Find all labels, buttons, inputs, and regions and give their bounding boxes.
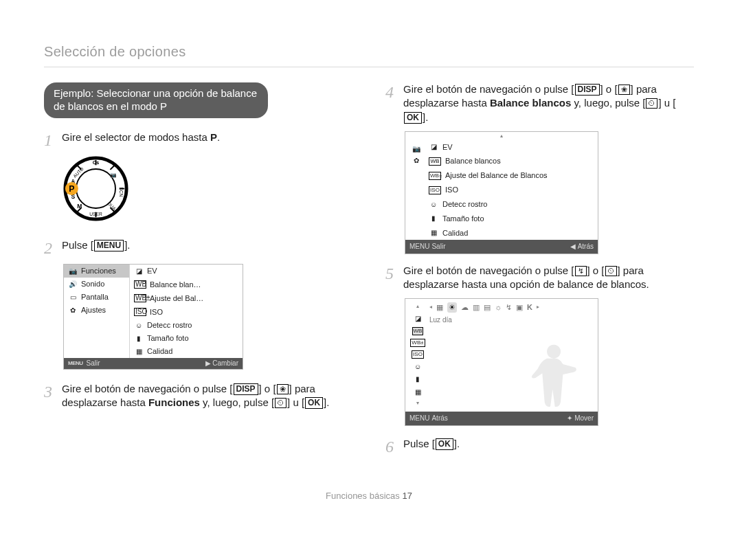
menu-word-icon: MENU bbox=[409, 414, 429, 423]
page-footer: Funciones básicas 17 bbox=[44, 490, 694, 502]
wb-tungsten-icon: ☼ bbox=[495, 302, 502, 313]
wb-adj-icon: WB± bbox=[410, 339, 425, 347]
move-icon: ✦ bbox=[567, 414, 572, 423]
arrow-left-icon: ◀ bbox=[570, 242, 576, 251]
mode-p-letter: P bbox=[210, 131, 217, 143]
step-number: 5 bbox=[385, 264, 403, 292]
macro-icon: ❀ bbox=[277, 384, 289, 394]
svg-text:📷: 📷 bbox=[110, 171, 117, 178]
menu-screenshot-funciones: 📷Funciones 🔊Sonido ▭Pantalla ✿Ajustes ◪E… bbox=[63, 264, 243, 370]
quality-icon: ▦ bbox=[134, 348, 144, 355]
step-number: 6 bbox=[385, 437, 403, 456]
example-pill: Ejemplo: Seleccionar una opción de balan… bbox=[44, 82, 268, 118]
menu-button-label: MENU bbox=[94, 240, 124, 251]
size-icon: ▮ bbox=[429, 214, 438, 223]
wb-adj-icon: WB± bbox=[429, 172, 441, 180]
step-5: 5 Gire el botón de navegación o pulse [↯… bbox=[385, 264, 694, 292]
size-icon: ▮ bbox=[413, 374, 423, 384]
disp-button-label: DISP bbox=[234, 383, 258, 395]
step-2: 2 Pulse [MENU]. bbox=[44, 238, 352, 257]
display-icon: ▭ bbox=[68, 294, 78, 301]
menu-word-icon: MENU bbox=[68, 361, 83, 366]
arrow-left-icon: ◂ bbox=[429, 304, 432, 311]
step-4: 4 Gire el botón de navegación o pulse [D… bbox=[385, 82, 694, 124]
size-icon: ▮ bbox=[134, 335, 144, 342]
left-column: Ejemplo: Seleccionar una opción de balan… bbox=[44, 82, 352, 462]
silhouette-graphic bbox=[522, 340, 585, 409]
sound-icon: 🔊 bbox=[68, 281, 78, 288]
gear-icon: ✿ bbox=[68, 307, 78, 314]
timer-icon: ⏲ bbox=[275, 398, 286, 408]
iso-icon: ISO bbox=[134, 308, 146, 316]
iso-icon: ISO bbox=[429, 186, 441, 194]
arrow-down-icon: ▾ bbox=[416, 400, 419, 407]
menu-word-icon: MENU bbox=[409, 242, 429, 251]
wb-kelvin-icon: K bbox=[527, 302, 532, 313]
wb-icon: WB bbox=[429, 157, 441, 166]
menu-screenshot-balance-blancos: ▴ 📷 ✿ ◪EV WBBalance blancos WB±Ajuste de… bbox=[405, 131, 598, 254]
macro-icon: ❀ bbox=[618, 85, 630, 95]
ok-button-label: OK bbox=[404, 112, 422, 124]
wb-option-label: Luz día bbox=[427, 314, 598, 328]
wb-icon: WB bbox=[134, 280, 146, 289]
ev-icon: ◪ bbox=[413, 314, 423, 324]
svg-text:SCN: SCN bbox=[119, 187, 124, 197]
arrow-up-icon: ▴ bbox=[416, 303, 419, 311]
step-1: 1 Gire el selector de modos hasta P. bbox=[44, 131, 352, 149]
quality-icon: ▦ bbox=[429, 228, 438, 238]
flash-icon: ↯ bbox=[575, 266, 587, 276]
wb-option-screenshot: ▴ ◪ WB WB± ISO ☺ ▮ ▦ ▾ ◂ ▦ bbox=[405, 298, 598, 425]
wb-fluor-h-icon: ▥ bbox=[473, 302, 480, 313]
timer-icon: ⏲ bbox=[646, 98, 657, 109]
wb-fluor-l-icon: ▤ bbox=[484, 302, 491, 313]
ok-button-label: OK bbox=[305, 397, 323, 409]
camera-icon: 📷 bbox=[68, 268, 78, 275]
step-3: 3 Gire el botón de navegación o pulse [D… bbox=[44, 382, 352, 410]
arrow-right-icon: ▸ bbox=[537, 304, 539, 311]
wb-adj-icon: WB± bbox=[134, 294, 146, 302]
quality-icon: ▦ bbox=[413, 388, 423, 397]
face-icon: ☺ bbox=[134, 322, 144, 329]
svg-text:M: M bbox=[77, 203, 82, 210]
svg-text:P: P bbox=[69, 184, 74, 194]
step-number: 1 bbox=[44, 131, 62, 149]
wb-daylight-icon: ☀ bbox=[447, 302, 457, 313]
disp-button-label: DISP bbox=[575, 84, 600, 96]
ev-icon: ◪ bbox=[429, 142, 438, 152]
step-number: 3 bbox=[44, 382, 62, 410]
arrow-up-icon: ▴ bbox=[405, 132, 598, 140]
wb-icon: WB bbox=[412, 327, 424, 335]
step-6: 6 Pulse [OK]. bbox=[385, 437, 694, 456]
wb-cloud-icon: ☁ bbox=[461, 302, 469, 313]
mode-dial-illustration: Cs AUTO 📷 SCN DUAL USER M S A P bbox=[63, 156, 352, 225]
svg-text:Cs: Cs bbox=[93, 159, 100, 166]
timer-icon: ⏲ bbox=[605, 266, 617, 276]
divider bbox=[44, 67, 694, 67]
step-number: 2 bbox=[44, 238, 62, 257]
camera-icon: 📷 bbox=[412, 144, 421, 154]
step-number: 4 bbox=[385, 82, 403, 124]
svg-text:USER: USER bbox=[89, 212, 102, 216]
ok-button-label: OK bbox=[436, 438, 453, 450]
wb-custom-icon: ▣ bbox=[516, 302, 523, 313]
face-icon: ☺ bbox=[413, 362, 423, 372]
wb-flash-icon: ↯ bbox=[506, 302, 512, 313]
svg-line-3 bbox=[110, 166, 114, 170]
settings-icon: ✿ bbox=[412, 156, 421, 166]
iso-icon: ISO bbox=[412, 350, 424, 359]
arrow-right-icon: ▶ bbox=[205, 360, 211, 367]
right-column: 4 Gire el botón de navegación o pulse [D… bbox=[385, 82, 694, 462]
face-icon: ☺ bbox=[429, 200, 438, 210]
section-header: Selección de opciones bbox=[44, 43, 694, 61]
wb-auto-icon: ▦ bbox=[436, 302, 443, 313]
ev-icon: ◪ bbox=[134, 268, 144, 275]
